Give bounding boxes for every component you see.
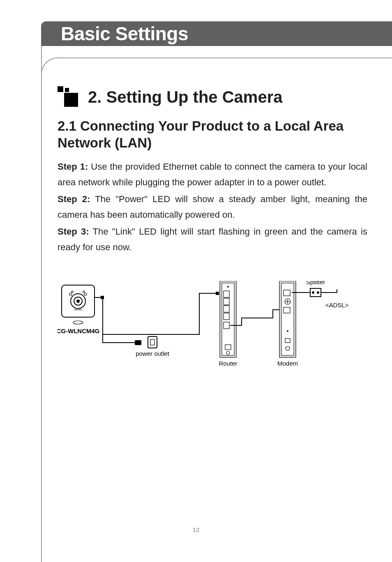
step-3: Step 3: The "Link" LED light will start … [58, 224, 367, 256]
svg-point-32 [317, 291, 319, 294]
title-bar: Basic Settings [41, 21, 392, 46]
connection-diagram: CG-WLNCM4G power outlet Router [58, 281, 353, 375]
subsection-heading: 2.1 Connecting Your Product to a Local A… [58, 117, 367, 152]
splitter-label: Splitter [306, 281, 325, 286]
vertical-rule [41, 46, 42, 562]
router-label: Router [219, 360, 237, 367]
svg-point-14 [227, 286, 229, 288]
content-area: 2. Setting Up the Camera 2.1 Connecting … [58, 82, 367, 377]
step-1: Step 1: Use the provided Ethernet cable … [58, 159, 367, 191]
curved-rule [41, 58, 392, 74]
svg-point-28 [287, 330, 288, 332]
svg-rect-9 [101, 296, 104, 299]
page-number: 12 [0, 526, 392, 533]
section-title: 2. Setting Up the Camera [88, 88, 282, 106]
splitter-icon [310, 288, 321, 297]
page-title: Basic Settings [61, 23, 188, 45]
svg-rect-11 [135, 340, 141, 345]
squares-bullet-icon [58, 86, 79, 108]
power-cable-icon [103, 334, 136, 343]
step-2: Step 2: The "Power" LED will show a stea… [58, 191, 367, 223]
modem-label: Modem [277, 360, 298, 367]
instructions: Step 1: Use the provided Ethernet cable … [58, 159, 367, 256]
section-heading: 2. Setting Up the Camera [58, 86, 367, 108]
svg-point-8 [73, 321, 83, 324]
camera-model-label: CG-WLNCM4G [58, 327, 100, 334]
power-outlet-label: power outlet [136, 350, 170, 357]
router-modem-cable-icon [230, 310, 279, 325]
power-outlet-icon [148, 336, 157, 348]
svg-rect-10 [216, 292, 219, 295]
ethernet-cable-icon [95, 293, 218, 334]
adsl-label: <ADSL> [325, 302, 349, 309]
svg-point-31 [312, 291, 314, 294]
svg-point-2 [76, 299, 80, 303]
